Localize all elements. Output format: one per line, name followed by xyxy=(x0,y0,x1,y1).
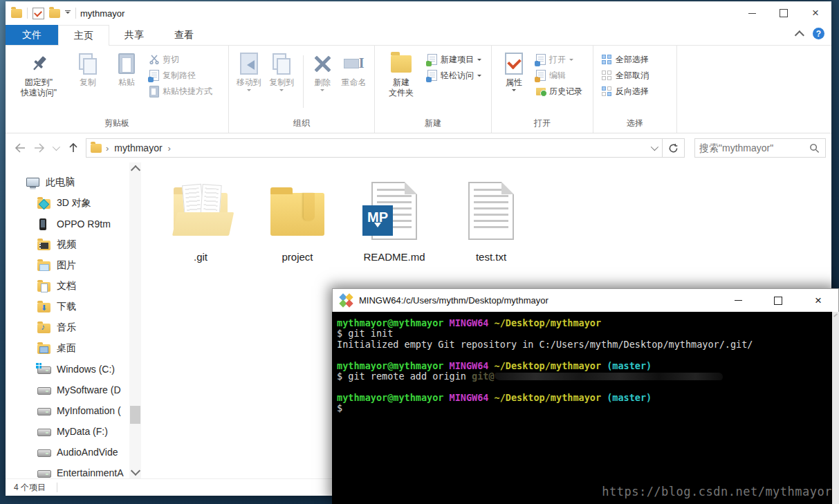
recent-locations-chevron-icon[interactable] xyxy=(53,143,60,151)
address-bar-row: › mythmayor › xyxy=(6,133,831,162)
tab-file[interactable]: 文件 xyxy=(6,25,58,45)
terminal-text-green: mythmayor@mythmayor xyxy=(337,392,443,403)
sidebar-item-mysoftware-d[interactable]: MySoftware (D xyxy=(6,380,141,400)
terminal-scrollbar[interactable] xyxy=(832,312,839,504)
move-to-button[interactable]: 移动到 xyxy=(233,50,264,95)
sidebar-item-oppo-r9tm[interactable]: OPPO R9tm xyxy=(6,214,141,234)
sidebar-item-entertainment[interactable]: EntertainmentA xyxy=(6,463,141,478)
pin-to-quick-access-button[interactable]: 固定到"快速访问" xyxy=(10,50,68,100)
terminal-maximize-button[interactable] xyxy=(758,289,798,312)
terminal-text-yellow: ~/Desktop/mythmayor xyxy=(488,392,601,403)
collapse-ribbon-icon[interactable] xyxy=(795,30,804,40)
sidebar-item-pictures[interactable]: 图片 xyxy=(6,255,141,276)
scroll-up-icon[interactable] xyxy=(131,165,140,175)
breadcrumb-path[interactable]: mythmayor xyxy=(114,142,162,153)
terminal-close-button[interactable]: × xyxy=(798,289,838,312)
new-folder-button[interactable]: 新建文件夹 xyxy=(379,50,423,100)
scroll-down-icon[interactable] xyxy=(131,466,140,476)
search-box[interactable] xyxy=(694,138,826,158)
tab-share[interactable]: 共享 xyxy=(109,26,159,45)
copy-to-button[interactable]: 复制到 xyxy=(266,50,297,95)
terminal-text-magenta: MINGW64 xyxy=(443,360,488,371)
copy-path-button[interactable]: 复制路径 xyxy=(149,68,212,82)
paste-shortcut-button[interactable]: 粘贴快捷方式 xyxy=(149,84,212,98)
mp-badge-icon: MP xyxy=(362,205,393,236)
copy-to-icon xyxy=(273,51,291,76)
search-input[interactable] xyxy=(695,142,809,153)
minimize-button[interactable] xyxy=(736,1,768,25)
select-all-button[interactable]: 全部选择 xyxy=(602,53,649,66)
git-bash-window: MINGW64:/c/Users/mythm/Desktop/mythmayor… xyxy=(332,288,839,504)
open-button[interactable]: 打开 xyxy=(536,53,582,66)
sidebar-item-documents[interactable]: 文档 xyxy=(6,276,141,297)
scissors-icon xyxy=(149,55,159,64)
easy-access-button[interactable]: 轻松访问 xyxy=(427,68,481,82)
sidebar-item-audioandvideo[interactable]: AudioAndVide xyxy=(6,442,141,463)
drive-icon xyxy=(37,405,50,417)
paste-button[interactable]: 粘贴 xyxy=(108,50,145,89)
tab-view[interactable]: 查看 xyxy=(159,26,209,45)
file-item-project[interactable]: project xyxy=(259,174,336,263)
hidden-folder-icon xyxy=(162,174,239,248)
new-folder-quick-icon[interactable] xyxy=(49,9,60,18)
file-item-README-md[interactable]: MPREADME.md xyxy=(356,174,433,263)
folder-icon xyxy=(259,174,336,248)
scrollbar-thumb[interactable] xyxy=(130,406,140,424)
windows-logo-icon xyxy=(36,363,42,368)
sidebar-item-3d-objects[interactable]: 3D 对象 xyxy=(6,193,141,214)
terminal-line: mythmayor@mythmayor MINGW64 ~/Desktop/my… xyxy=(337,318,839,328)
ribbon-group-clipboard: 固定到"快速访问" 复制 粘贴 xyxy=(6,46,229,133)
chevron-down-icon xyxy=(512,89,516,93)
terminal-screen[interactable]: mythmayor@mythmayor MINGW64 ~/Desktop/my… xyxy=(332,312,839,504)
address-dropdown-chevron-icon[interactable] xyxy=(651,143,658,151)
maximize-button[interactable] xyxy=(768,1,800,25)
sidebar-item-videos[interactable]: 视频 xyxy=(6,234,141,255)
terminal-line xyxy=(337,350,839,360)
properties-button[interactable]: 属性 xyxy=(496,50,532,95)
help-button[interactable]: ? xyxy=(813,28,824,39)
file-item--git[interactable]: .git xyxy=(162,174,239,263)
terminal-minimize-button[interactable] xyxy=(718,289,758,312)
select-none-button[interactable]: 全部取消 xyxy=(602,68,649,82)
sidebar-item-downloads[interactable]: 下载 xyxy=(6,297,141,317)
sidebar-item-myinfomation[interactable]: MyInfomation ( xyxy=(6,400,141,421)
sidebar-item-label: AudioAndVide xyxy=(57,447,118,458)
cut-button[interactable]: 剪切 xyxy=(149,53,212,66)
forward-button[interactable] xyxy=(33,142,46,153)
chevron-down-icon xyxy=(247,89,251,93)
sidebar-item-mydata-f[interactable]: MyData (F:) xyxy=(6,421,141,442)
sidebar-item-music[interactable]: 音乐 xyxy=(6,317,141,338)
close-button[interactable]: × xyxy=(800,1,831,25)
back-button[interactable] xyxy=(14,142,26,153)
rename-button[interactable]: 重命名 xyxy=(338,50,370,89)
terminal-text-green: mythmayor@mythmayor xyxy=(337,317,443,328)
invert-selection-button[interactable]: 反向选择 xyxy=(602,84,649,98)
breadcrumb: › mythmayor › xyxy=(106,142,647,153)
divider xyxy=(303,55,304,108)
sidebar-item-this-pc[interactable]: 此电脑 xyxy=(6,172,141,193)
up-button[interactable] xyxy=(68,142,79,154)
sidebar-item-windows-c[interactable]: Windows (C:) xyxy=(6,359,141,380)
docs-icon xyxy=(37,282,50,292)
tab-home[interactable]: 主页 xyxy=(58,25,109,46)
copy-button[interactable]: 复制 xyxy=(69,50,107,89)
refresh-button[interactable] xyxy=(668,143,679,153)
sidebar-scrollbar[interactable] xyxy=(129,162,141,478)
search-icon[interactable] xyxy=(809,143,825,153)
terminal-line xyxy=(337,382,839,392)
file-item-test-txt[interactable]: test.txt xyxy=(452,174,530,263)
new-item-button[interactable]: 新建项目 xyxy=(427,53,481,66)
git-bash-app-icon xyxy=(340,294,353,308)
divider xyxy=(662,139,663,157)
delete-button[interactable]: 删除 xyxy=(309,50,336,95)
copy-icon xyxy=(79,51,97,76)
customize-toolbar-caret-icon[interactable] xyxy=(65,10,71,16)
crumb-separator-icon[interactable]: › xyxy=(168,143,171,153)
terminal-titlebar[interactable]: MINGW64:/c/Users/mythm/Desktop/mythmayor… xyxy=(332,288,839,312)
address-bar[interactable]: › mythmayor › xyxy=(86,138,685,158)
edit-button[interactable]: 编辑 xyxy=(536,68,582,82)
explorer-titlebar[interactable]: mythmayor × xyxy=(6,1,831,25)
properties-quick-icon[interactable] xyxy=(33,8,44,19)
sidebar-item-desktop[interactable]: 桌面 xyxy=(6,338,141,359)
history-button[interactable]: 历史记录 xyxy=(536,84,582,98)
